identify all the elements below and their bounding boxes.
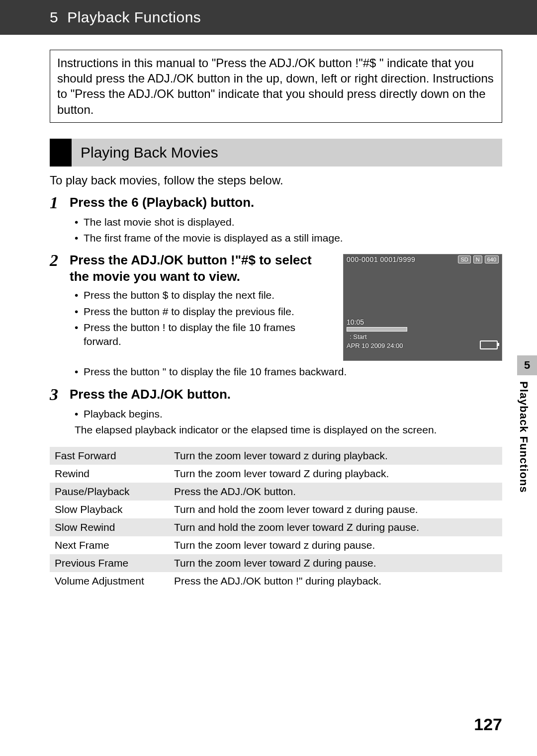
table-row: Previous FrameTurn the zoom lever toward…: [50, 554, 502, 572]
control-desc: Press the ADJ./OK button !" during playb…: [169, 572, 502, 590]
camera-screen-preview: 000-0001 0001/9999 SD N 640 10:05 : Star…: [343, 254, 502, 361]
bullet: Playback begins.: [75, 407, 502, 421]
step-2: 2 Press the ADJ./OK button !"#$ to selec…: [50, 252, 502, 361]
control-desc: Press the ADJ./OK button.: [169, 483, 502, 501]
table-row: Slow PlaybackTurn and hold the zoom leve…: [50, 501, 502, 518]
sd-badge: SD: [458, 255, 470, 263]
control-label: Pause/Playback: [50, 483, 169, 501]
table-row: Pause/PlaybackPress the ADJ./OK button.: [50, 483, 502, 501]
screen-badges: SD N 640: [458, 255, 499, 263]
control-desc: Turn the zoom lever toward Z during paus…: [169, 554, 502, 572]
control-label: Next Frame: [50, 536, 169, 554]
chapter-header: 5Playback Functions: [0, 0, 537, 35]
chapter-title: Playback Functions: [67, 9, 201, 25]
step-title: Press the 6 (Playback) button.: [70, 194, 502, 211]
step-number: 1: [50, 194, 70, 211]
table-row: RewindTurn the zoom lever toward Z durin…: [50, 465, 502, 483]
step-title: Press the ADJ./OK button.: [70, 386, 502, 403]
bullet: Press the button # to display the previo…: [75, 305, 334, 319]
step-bullets: Playback begins.: [75, 407, 502, 421]
side-tab: 5 Playback Functions: [517, 355, 537, 509]
chapter-number: 5: [50, 9, 58, 25]
table-row: Next FrameTurn the zoom lever toward z d…: [50, 536, 502, 554]
playback-controls-table: Fast ForwardTurn the zoom lever toward z…: [50, 447, 502, 590]
instruction-box: Instructions in this manual to "Press th…: [50, 50, 502, 123]
screen-date: APR 10 2009 24:00: [347, 342, 403, 349]
section-title: Playing Back Movies: [72, 139, 502, 167]
screen-progress-bar: [347, 327, 407, 332]
step-note: The elapsed playback indicator or the el…: [75, 423, 502, 437]
step-bullets: Press the button $ to display the next f…: [75, 288, 334, 348]
n-badge: N: [473, 255, 482, 263]
screen-start-label: : Start: [350, 333, 367, 340]
control-label: Slow Playback: [50, 501, 169, 518]
step-1: 1 Press the 6 (Playback) button. The las…: [50, 194, 502, 246]
step-bullets: The last movie shot is displayed. The fi…: [75, 215, 502, 246]
step-title: Press the ADJ./OK button !"#$ to select …: [70, 252, 334, 284]
bullet: Press the button " to display the file 1…: [75, 365, 502, 379]
control-desc: Turn the zoom lever toward z during paus…: [169, 536, 502, 554]
bullet: Press the button ! to display the file 1…: [75, 321, 334, 349]
bullet: The first frame of the movie is displaye…: [75, 231, 502, 245]
step-3: 3 Press the ADJ./OK button. Playback beg…: [50, 386, 502, 437]
screen-file-counter: 000-0001 0001/9999: [347, 255, 415, 263]
control-desc: Turn and hold the zoom lever toward z du…: [169, 501, 502, 518]
control-label: Previous Frame: [50, 554, 169, 572]
step-number: 3: [50, 386, 70, 403]
control-desc: Turn and hold the zoom lever toward Z du…: [169, 518, 502, 536]
bullet: Press the button $ to display the next f…: [75, 288, 334, 302]
table-row: Slow RewindTurn and hold the zoom lever …: [50, 518, 502, 536]
control-label: Slow Rewind: [50, 518, 169, 536]
table-row: Volume AdjustmentPress the ADJ./OK butto…: [50, 572, 502, 590]
bullet: The last movie shot is displayed.: [75, 215, 502, 229]
table-row: Fast ForwardTurn the zoom lever toward z…: [50, 447, 502, 465]
control-desc: Turn the zoom lever toward Z during play…: [169, 465, 502, 483]
section-heading: Playing Back Movies: [50, 139, 502, 167]
control-label: Rewind: [50, 465, 169, 483]
section-marker: [50, 139, 72, 167]
side-tab-label: Playback Functions: [517, 375, 530, 493]
battery-icon: [480, 340, 498, 349]
page-number: 127: [474, 715, 502, 734]
control-desc: Turn the zoom lever toward z during play…: [169, 447, 502, 465]
side-tab-number: 5: [517, 355, 537, 375]
size-badge: 640: [485, 255, 499, 263]
step-number: 2: [50, 252, 70, 269]
step-bullets-continued: Press the button " to display the file 1…: [75, 365, 502, 379]
section-lead: To play back movies, follow the steps be…: [50, 173, 502, 187]
control-label: Volume Adjustment: [50, 572, 169, 590]
control-label: Fast Forward: [50, 447, 169, 465]
screen-elapsed-time: 10:05: [347, 318, 364, 326]
